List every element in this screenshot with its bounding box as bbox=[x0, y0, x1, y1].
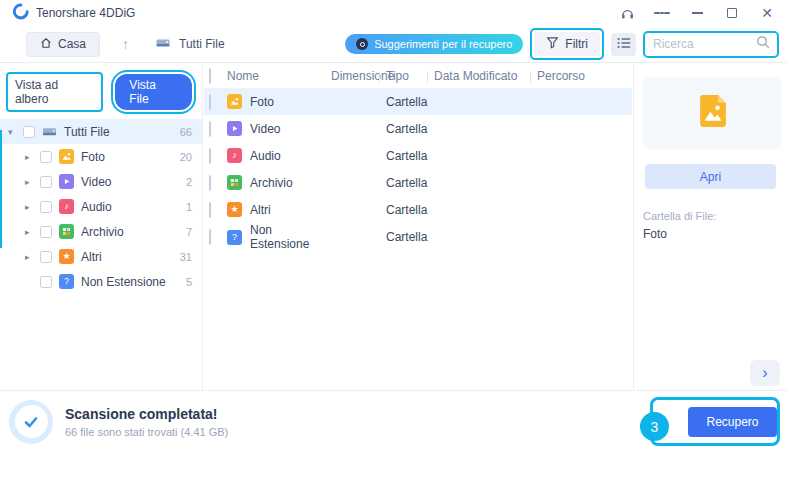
home-button[interactable]: Casa bbox=[26, 32, 100, 57]
caret-right-icon[interactable]: ▸ bbox=[25, 202, 40, 212]
column-header-dimensione[interactable]: Dimensione bbox=[331, 69, 386, 83]
tree-item-label: Tutti File bbox=[64, 125, 110, 139]
photo-file-icon bbox=[227, 94, 242, 109]
tree-item-audio[interactable]: ▸ ♪ Audio 1 bbox=[0, 194, 202, 219]
caret-right-icon[interactable]: ▸ bbox=[25, 227, 40, 237]
tree-item-count: 20 bbox=[180, 151, 192, 163]
video-file-icon bbox=[59, 174, 74, 189]
close-button[interactable]: ✕ bbox=[759, 5, 775, 21]
file-table: Nome Dimensione Tipo Data Modificato Per… bbox=[204, 64, 632, 390]
other-file-icon: ★ bbox=[59, 249, 74, 264]
tree-item-non-estensione[interactable]: ? Non Estensione 5 bbox=[0, 269, 202, 294]
folder-value: Foto bbox=[643, 227, 787, 241]
tab-tree-view[interactable]: Vista ad albero bbox=[6, 72, 103, 112]
step-3-badge: 3 bbox=[640, 412, 669, 441]
caret-right-icon[interactable]: ▸ bbox=[25, 252, 40, 262]
row-type: Cartella bbox=[386, 176, 434, 190]
row-name: Non Estensione bbox=[250, 223, 331, 251]
filters-label: Filtri bbox=[565, 37, 588, 51]
list-icon bbox=[617, 35, 631, 53]
checkbox[interactable] bbox=[40, 201, 52, 213]
archive-file-icon bbox=[227, 175, 242, 190]
tree-item-altri[interactable]: ▸ ★ Altri 31 bbox=[0, 244, 202, 269]
search-annotation-box bbox=[643, 31, 779, 58]
tree-item-label: Non Estensione bbox=[81, 275, 166, 289]
window-controls: ✕ bbox=[619, 5, 775, 21]
tree-annotation-line bbox=[0, 130, 2, 248]
app-logo-icon bbox=[12, 3, 29, 24]
search-input[interactable] bbox=[653, 37, 756, 51]
video-file-icon bbox=[227, 121, 242, 136]
recover-button[interactable]: Recupero bbox=[688, 407, 777, 437]
row-type: Cartella bbox=[386, 149, 434, 163]
scan-complete-icon bbox=[9, 400, 53, 444]
table-row-audio[interactable]: ♪ Audio Cartella bbox=[204, 142, 632, 169]
row-type: Cartella bbox=[386, 230, 434, 244]
checkbox[interactable] bbox=[209, 94, 211, 110]
caret-right-icon[interactable]: ▸ bbox=[25, 152, 40, 162]
menu-icon[interactable] bbox=[654, 5, 670, 21]
table-row-altri[interactable]: ★ Altri Cartella bbox=[204, 196, 632, 223]
app-title: Tenorshare 4DDiG bbox=[36, 6, 135, 20]
caret-down-icon[interactable]: ▾ bbox=[8, 127, 23, 137]
home-icon bbox=[40, 37, 52, 52]
column-header-data-modificato[interactable]: Data Modificato bbox=[434, 69, 537, 83]
tree-item-video[interactable]: ▸ Video 2 bbox=[0, 169, 202, 194]
support-headset-icon[interactable] bbox=[619, 5, 635, 21]
open-button[interactable]: Apri bbox=[645, 164, 776, 189]
expand-panel-button[interactable]: › bbox=[750, 360, 780, 386]
tree-item-label: Audio bbox=[81, 200, 112, 214]
search-icon bbox=[756, 35, 770, 53]
table-row-non-estensione[interactable]: ? Non Estensione Cartella bbox=[204, 223, 632, 250]
navigate-up-button[interactable]: ↑ bbox=[122, 36, 129, 52]
checkbox[interactable] bbox=[40, 151, 52, 163]
breadcrumb[interactable]: Tutti File bbox=[155, 36, 225, 52]
table-row-video[interactable]: Video Cartella bbox=[204, 115, 632, 142]
checkbox[interactable] bbox=[209, 202, 211, 218]
toolbar: Casa ↑ Tutti File Suggerimenti per il re… bbox=[0, 26, 787, 63]
table-row-archivio[interactable]: Archivio Cartella bbox=[204, 169, 632, 196]
scan-status-title: Scansione completata! bbox=[65, 406, 228, 422]
tree-item-count: 2 bbox=[186, 176, 192, 188]
checkbox[interactable] bbox=[209, 148, 211, 164]
audio-file-icon: ♪ bbox=[227, 148, 242, 163]
list-view-button[interactable] bbox=[611, 33, 636, 56]
tree-item-tutti-file[interactable]: ▾ Tutti File 66 bbox=[0, 119, 202, 144]
checkbox[interactable] bbox=[40, 226, 52, 238]
tree-item-label: Foto bbox=[81, 150, 105, 164]
drive-icon bbox=[42, 124, 57, 139]
column-header-nome[interactable]: Nome bbox=[227, 69, 331, 83]
minimize-button[interactable] bbox=[689, 5, 705, 21]
tab-file-view-annotation: Vista File bbox=[111, 70, 196, 114]
preview-thumbnail bbox=[643, 77, 782, 149]
recovery-suggestions-label: Suggerimenti per il recupero bbox=[374, 38, 512, 50]
row-type: Cartella bbox=[386, 122, 434, 136]
column-header-percorso[interactable]: Percorso bbox=[537, 69, 632, 83]
tab-file-view[interactable]: Vista File bbox=[115, 74, 192, 110]
scan-status-subtitle: 66 file sono stati trovati (4.41 GB) bbox=[65, 426, 228, 438]
recovery-suggestions-button[interactable]: Suggerimenti per il recupero bbox=[345, 34, 523, 54]
maximize-button[interactable] bbox=[724, 5, 740, 21]
photo-preview-icon bbox=[695, 93, 731, 133]
caret-right-icon[interactable]: ▸ bbox=[25, 177, 40, 187]
checkbox[interactable] bbox=[40, 251, 52, 263]
audio-file-icon: ♪ bbox=[59, 199, 74, 214]
table-row-foto[interactable]: Foto Cartella bbox=[204, 88, 632, 115]
checkbox[interactable] bbox=[40, 276, 52, 288]
sidebar: Vista ad albero Vista File ▾ Tutti File … bbox=[0, 64, 203, 390]
checkbox[interactable] bbox=[23, 126, 35, 138]
filters-button[interactable]: Filtri bbox=[534, 32, 600, 56]
checkbox[interactable] bbox=[209, 175, 211, 191]
select-all-checkbox[interactable] bbox=[209, 68, 211, 84]
checkbox[interactable] bbox=[40, 176, 52, 188]
row-name: Video bbox=[250, 122, 280, 136]
tree-item-archivio[interactable]: ▸ Archivio 7 bbox=[0, 219, 202, 244]
tree-item-count: 7 bbox=[186, 226, 192, 238]
checkbox[interactable] bbox=[209, 121, 211, 137]
checkbox[interactable] bbox=[209, 229, 211, 245]
tree-item-foto[interactable]: ▸ Foto 20 bbox=[0, 144, 202, 169]
unknown-file-icon: ? bbox=[59, 274, 74, 289]
row-name: Archivio bbox=[250, 176, 293, 190]
tree-item-label: Video bbox=[81, 175, 111, 189]
tree-item-count: 66 bbox=[180, 126, 192, 138]
